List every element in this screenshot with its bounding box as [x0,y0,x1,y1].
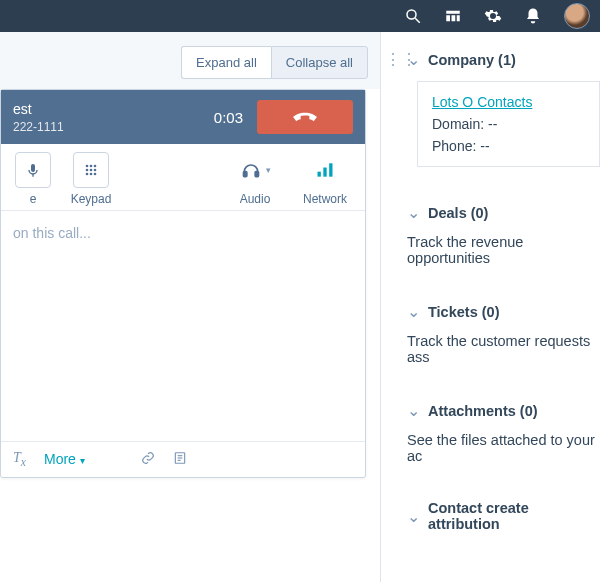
timestamp-row [0,478,380,494]
deals-body: Track the revenue opportunities [403,222,600,266]
company-title: Company (1) [428,52,516,68]
audio-button[interactable]: ▾ Audio [229,152,281,206]
svg-rect-4 [452,15,456,21]
chevron-down-icon: ⌄ [407,401,420,420]
svg-rect-21 [329,163,332,176]
svg-rect-3 [446,15,450,21]
right-sidebar: ⋮⋮ ⌄ Company (1) Lots O Contacts Domain:… [380,32,600,582]
link-icon[interactable] [141,451,155,468]
call-notes-input[interactable]: on this call... [1,211,365,441]
attribution-title: Contact create attribution [428,500,600,532]
activity-panel: Expand all Collapse all est 222-1111 0:0… [0,32,380,582]
marketplace-icon[interactable] [444,7,462,25]
mute-label: e [30,192,37,206]
company-phone: Phone: -- [432,138,585,154]
svg-point-8 [86,165,89,168]
deals-title: Deals (0) [428,205,488,221]
svg-rect-6 [31,164,35,172]
svg-rect-20 [323,168,326,177]
svg-rect-19 [318,172,321,177]
svg-point-15 [90,173,93,176]
tickets-title: Tickets (0) [428,304,499,320]
clear-format-icon[interactable]: Tx [13,450,26,469]
svg-point-14 [86,173,89,176]
keypad-label: Keypad [71,192,112,206]
svg-point-0 [407,10,416,19]
avatar[interactable] [564,3,590,29]
company-section-toggle[interactable]: ⌄ Company (1) [403,50,600,69]
call-card: est 222-1111 0:03 e Keypad [0,89,366,478]
hangup-button[interactable] [257,100,353,134]
svg-line-1 [415,18,420,23]
svg-point-9 [90,165,93,168]
drag-handle-icon[interactable]: ⋮⋮ [385,50,417,69]
svg-point-12 [90,169,93,172]
attribution-section-toggle[interactable]: ⌄ Contact create attribution [403,500,600,532]
chevron-down-icon: ⌄ [407,302,420,321]
svg-point-10 [94,165,97,168]
snippet-icon[interactable] [173,451,187,468]
mute-button[interactable]: e [7,152,59,206]
network-button[interactable]: Network [299,152,351,206]
notes-toolbar: Tx More ▾ [1,441,365,477]
call-tools: e Keypad ▾ Audio [1,144,365,211]
attachments-section-toggle[interactable]: ⌄ Attachments (0) [403,401,600,420]
svg-rect-5 [457,15,460,21]
settings-icon[interactable] [484,7,502,25]
search-icon[interactable] [404,7,422,25]
notifications-icon[interactable] [524,7,542,25]
attachments-title: Attachments (0) [428,403,538,419]
call-title: est [13,101,214,117]
expand-all-button[interactable]: Expand all [181,46,271,79]
keypad-button[interactable]: Keypad [65,152,117,206]
call-number: 222-1111 [13,120,214,134]
svg-point-13 [94,169,97,172]
chevron-down-icon: ▾ [80,455,85,466]
chevron-down-icon: ⌄ [407,203,420,222]
more-menu[interactable]: More ▾ [44,451,85,467]
svg-point-16 [94,173,97,176]
call-timer: 0:03 [214,109,243,126]
svg-rect-18 [255,172,258,177]
attachments-body: See the files attached to your ac [403,420,600,464]
deals-section-toggle[interactable]: ⌄ Deals (0) [403,203,600,222]
tickets-section-toggle[interactable]: ⌄ Tickets (0) [403,302,600,321]
svg-point-11 [86,169,89,172]
chevron-down-icon: ⌄ [407,507,420,526]
company-domain: Domain: -- [432,116,585,132]
svg-rect-2 [446,11,460,14]
network-label: Network [303,192,347,206]
svg-rect-17 [243,172,246,177]
company-card: Lots O Contacts Domain: -- Phone: -- [417,81,600,167]
tickets-body: Track the customer requests ass [403,321,600,365]
audio-label: Audio [240,192,271,206]
top-navbar [0,0,600,32]
collapse-all-button[interactable]: Collapse all [271,46,368,79]
expand-collapse-controls: Expand all Collapse all [0,32,380,89]
company-link[interactable]: Lots O Contacts [432,94,532,110]
call-header: est 222-1111 0:03 [1,90,365,144]
chevron-down-icon: ▾ [266,165,271,175]
